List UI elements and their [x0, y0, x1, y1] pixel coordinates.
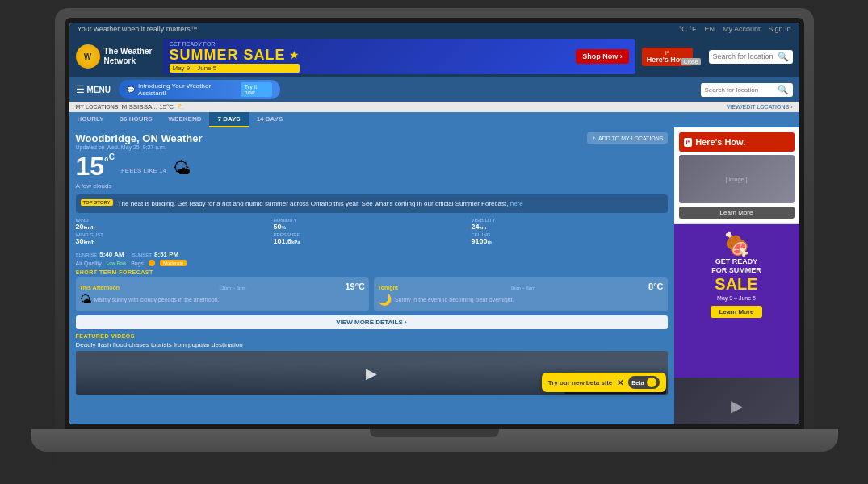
grill-icon: 🍖: [681, 231, 793, 257]
banner-dates: May 9 – June 5: [170, 64, 300, 73]
forecast-tabs: HOURLY 36 HOURS WEEKEND 7 DAYS 14 DAYS: [69, 112, 799, 127]
banner-sale-text: SUMMER SALE: [170, 47, 286, 64]
main-content: Woodbridge, ON Weather Updated on Wed. M…: [69, 127, 799, 424]
sidebar-play-icon[interactable]: ▶: [731, 396, 743, 415]
toggle-knob: [647, 378, 656, 387]
weather-details-grid: Wind 20km/h Humidity 50% Visibility 24km: [76, 218, 668, 245]
logo[interactable]: W The Weather Network: [76, 44, 157, 69]
detail-humidity: Humidity 50%: [274, 218, 470, 231]
detail-wind-gust: Wind gust 30km/h: [76, 232, 272, 245]
assistant-icon: 💬: [127, 86, 135, 94]
air-quality-row: Air Quality Low Risk Bugs Moderate: [76, 260, 668, 266]
forecast-afternoon-desc: Mainly sunny with cloudy periods in the …: [94, 296, 220, 303]
add-to-locations-button[interactable]: ＋ ADD TO MY LOCATIONS: [587, 132, 667, 144]
video-title: Deadly flash flood chases tourists from …: [76, 341, 668, 348]
sunrise-sunset-row: Sunrise 5:40 AM Sunset 8:51 PM: [76, 248, 668, 258]
top-bar: Your weather when it really matters™ °C …: [69, 23, 799, 35]
tab-weekend[interactable]: WEEKEND: [161, 112, 210, 127]
air-quality-label: Air Quality: [76, 261, 102, 266]
learn-more-button-top[interactable]: Learn More: [679, 207, 795, 219]
sign-in[interactable]: Sign In: [768, 25, 790, 33]
forecast-row: This Afternoon 12pm – 6pm 19°C 🌤 Mainly …: [76, 277, 668, 311]
condition-text: A few clouds: [76, 182, 668, 190]
forecast-tonight: Tonight 6pm – 6am 8°C 🌙 Sunny in the eve…: [374, 277, 668, 311]
forecast-afternoon-icon: 🌤: [80, 293, 91, 306]
summer-sale-banner[interactable]: GET READY FOR SUMMER SALE ★ May 9 – June…: [163, 39, 635, 74]
weather-assistant-button[interactable]: 💬 Introducing Your Weather Assistant! Tr…: [119, 80, 280, 99]
current-location: MISSISSA... 15°C: [122, 103, 174, 111]
short-term-section-title: SHORT TERM FORECAST: [76, 269, 668, 275]
heres-how-logo: i*: [684, 138, 693, 147]
forecast-afternoon-label: This Afternoon: [80, 285, 120, 290]
detail-visibility: Visibility 24km: [472, 218, 668, 231]
beta-close-button[interactable]: ✕: [617, 378, 623, 387]
right-sidebar: i* Here's How. [ image ] Learn More 🍖 GE: [674, 127, 799, 424]
banner-get-ready: GET READY FOR: [170, 41, 300, 47]
air-quality-value: Low Risk: [107, 261, 126, 265]
logo-text: The Weather Network: [104, 47, 153, 66]
close-ad-button[interactable]: Close: [681, 58, 701, 65]
language[interactable]: EN: [704, 25, 715, 33]
forecast-tonight-time: 6pm – 6am: [511, 286, 535, 290]
summer-sale-big-text: SALE: [681, 275, 793, 294]
forecast-afternoon-temp: 19°C: [345, 282, 365, 291]
banner-star: ★: [289, 48, 300, 61]
shop-now-button[interactable]: Shop Now ›: [576, 49, 629, 64]
logo-icon: W: [76, 44, 100, 69]
summer-ad-title-line2: FOR SUMMER: [681, 266, 793, 275]
summer-sale-dates: May 9 – June 5: [681, 295, 793, 301]
try-now-button[interactable]: Try it now: [241, 82, 272, 97]
story-link[interactable]: here: [510, 200, 523, 207]
tab-hourly[interactable]: HOURLY: [69, 112, 112, 127]
heres-how-title: Here's How.: [695, 137, 745, 147]
nav-search[interactable]: 🔍: [701, 83, 793, 97]
detail-wind: Wind 20km/h: [76, 218, 272, 231]
location-weather-icon: ⛅: [177, 103, 185, 111]
hamburger-icon: ☰: [76, 84, 85, 95]
beta-banner: Try our new beta site ✕ Beta: [542, 373, 666, 392]
forecast-tonight-label: Tonight: [378, 285, 398, 290]
tab-7days[interactable]: 7 DAYS: [209, 112, 248, 127]
bugs-dot: [149, 260, 155, 266]
forecast-tonight-icon: 🌙: [378, 293, 392, 306]
detail-ceiling: Ceiling 9100m: [472, 232, 668, 245]
sidebar-video-thumbnail[interactable]: ▶: [674, 378, 799, 424]
forecast-tonight-desc: Sunny in the evening becoming clear over…: [395, 296, 514, 303]
hamburger-menu[interactable]: ☰ MENU: [76, 84, 111, 95]
forecast-this-afternoon: This Afternoon 12pm – 6pm 19°C 🌤 Mainly …: [76, 277, 370, 311]
heres-how-ad: i* Here's How. [ image ] Learn More: [674, 127, 799, 224]
menu-label: MENU: [87, 86, 111, 94]
heres-how-ad-header[interactable]: i* Here's How.: [679, 132, 795, 152]
tab-14days[interactable]: 14 DAYS: [249, 112, 291, 127]
search-icon[interactable]: 🔍: [778, 52, 789, 62]
videos-section-title: FEATURED VIDEOS: [76, 333, 668, 339]
city-name: Woodbridge, ON Weather: [76, 132, 203, 144]
summer-ad-title-line1: GET READY: [681, 257, 793, 266]
bugs-value: Moderate: [160, 260, 187, 266]
temp-units[interactable]: °C °F: [679, 25, 697, 33]
nav-search-icon: 🔍: [778, 85, 789, 95]
beta-text: Try our new beta site: [548, 379, 613, 386]
summer-sale-ad[interactable]: 🍖 GET READY FOR SUMMER SALE May 9 – June…: [674, 224, 799, 378]
top-story-box: TOP STORY The heat is building. Get read…: [76, 194, 668, 213]
forecast-tonight-temp: 8°C: [648, 282, 663, 291]
play-icon[interactable]: ▶: [366, 365, 377, 382]
nav-search-input[interactable]: [705, 86, 778, 94]
top-story-label: TOP STORY: [81, 199, 113, 206]
tab-36hours[interactable]: 36 HOURS: [112, 112, 161, 127]
story-text: The heat is building. Get ready for a ho…: [118, 199, 523, 208]
site-header: W The Weather Network GET READY FOR SUMM…: [69, 35, 799, 77]
view-more-details-button[interactable]: VIEW MORE DETAILS ›: [76, 315, 668, 329]
detail-pressure: Pressure 101.6kPa: [274, 232, 470, 245]
tagline: Your weather when it really matters™: [78, 25, 198, 33]
feels-like: FEELS LIKE 14: [121, 167, 166, 174]
learn-more-button-summer[interactable]: Learn More: [711, 306, 761, 318]
header-search-input[interactable]: [713, 52, 778, 60]
beta-toggle[interactable]: Beta: [628, 376, 659, 389]
current-temperature: 15°C: [76, 153, 115, 179]
view-edit-locations[interactable]: VIEW/EDIT LOCATIONS ›: [727, 104, 793, 110]
my-account[interactable]: My Account: [723, 25, 761, 33]
header-search[interactable]: 🔍: [709, 50, 793, 64]
assistant-text: Introducing Your Weather Assistant!: [138, 82, 237, 97]
weather-condition-icon: 🌤: [173, 158, 191, 179]
